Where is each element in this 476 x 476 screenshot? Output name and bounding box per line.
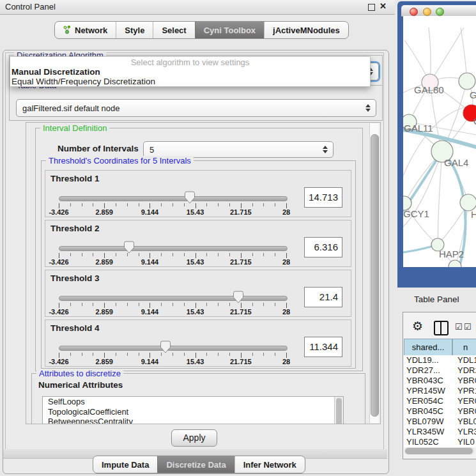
close-icon[interactable]: ✕ bbox=[380, 1, 387, 11]
attributes-group: Attributes to discretize Numerical Attri… bbox=[31, 373, 365, 424]
checkbox-icon[interactable]: ☑ bbox=[464, 322, 472, 332]
tick-mark bbox=[252, 353, 253, 356]
thresholds-group: Threshold's Coordinates for 5 Intervals … bbox=[41, 160, 356, 369]
threshold-label: Threshold 4 bbox=[50, 323, 100, 333]
tick-mark bbox=[116, 253, 116, 256]
network-canvas[interactable]: GAL80GACGAL11GAL4GCY1HHAP2 bbox=[403, 16, 476, 267]
attributes-list-scrollbar[interactable] bbox=[334, 397, 343, 424]
slider-thumb[interactable] bbox=[185, 191, 195, 204]
slider-track[interactable] bbox=[59, 346, 288, 351]
threshold-panel-2: Threshold 2-3.4262.8599.14415.4321.71528… bbox=[45, 220, 351, 267]
tick-mark bbox=[127, 253, 128, 256]
table-row[interactable]: YBR045CYBR0 bbox=[404, 406, 476, 417]
tab-select[interactable]: Select bbox=[153, 22, 194, 38]
tick-label: -3.426 bbox=[49, 358, 68, 365]
tab-discretize-data[interactable]: Discretize Data bbox=[157, 456, 234, 473]
tab-network[interactable]: Network bbox=[55, 22, 116, 38]
tick-label: 28 bbox=[282, 308, 290, 316]
table-row[interactable]: YDR27...YDR2 bbox=[404, 365, 476, 376]
attribute-list-item[interactable]: BetweennessCentrality bbox=[43, 417, 343, 424]
threshold-value-box[interactable]: 21.4 bbox=[304, 287, 342, 307]
tick-mark bbox=[93, 303, 93, 306]
tick-label: 2.859 bbox=[95, 308, 113, 316]
tick-mark bbox=[127, 353, 128, 356]
table-row[interactable]: YBL079WYBL0 bbox=[404, 417, 476, 427]
table-row[interactable]: YER054CYER0 bbox=[404, 396, 476, 406]
tick-label: 2.859 bbox=[95, 258, 113, 266]
tick-mark bbox=[161, 303, 162, 306]
tick-mark bbox=[59, 253, 59, 258]
node-table-rows[interactable]: YDL19...YDL1YDR27...YDR2YBR043CYBR0YPR14… bbox=[404, 355, 476, 447]
algorithm-option-equal-width-frequency-discretization[interactable]: Equal Width/Frequency Discretization bbox=[10, 77, 370, 86]
tick-mark bbox=[161, 203, 162, 206]
tab-infer-network[interactable]: Infer Network bbox=[234, 456, 305, 473]
slider-thumb[interactable] bbox=[160, 341, 171, 353]
numerical-attributes-label: Numerical Attributes bbox=[38, 380, 123, 390]
table-row[interactable]: YBR043CYBR0 bbox=[404, 376, 476, 386]
threshold-value-box[interactable]: 6.316 bbox=[304, 237, 342, 257]
network-node-top-right[interactable] bbox=[459, 73, 475, 89]
network-node-label: C bbox=[473, 116, 476, 127]
cell-name: YPR1 bbox=[455, 386, 476, 396]
tick-mark bbox=[206, 253, 207, 256]
algorithm-option-manual-discretization[interactable]: Manual Discretization bbox=[10, 67, 370, 77]
app-root: Control Panel ✕ NetworkStyleSelectCyni T… bbox=[0, 0, 476, 476]
tab-jactivemnodules[interactable]: jActiveMNodules bbox=[264, 22, 348, 38]
table-horizontal-scrollbar[interactable] bbox=[404, 447, 475, 455]
apply-button[interactable]: Apply bbox=[171, 429, 217, 447]
table-row[interactable]: YPR145WYPR1 bbox=[404, 386, 476, 396]
attribute-list-item[interactable]: TopologicalCoefficient bbox=[43, 407, 343, 417]
tick-mark bbox=[139, 303, 139, 306]
column-header-shared-name[interactable]: shared... bbox=[404, 339, 452, 356]
table-row[interactable]: YIL052CYIL0 bbox=[404, 437, 476, 447]
cell-name: YLR3 bbox=[455, 427, 476, 437]
tick-mark bbox=[150, 303, 150, 308]
threshold-value-box[interactable]: 14.713 bbox=[304, 187, 342, 208]
tick-mark bbox=[173, 203, 173, 206]
settings-scrollbar-thumb[interactable] bbox=[371, 134, 379, 417]
table-data-combobox[interactable]: galFiltered.sif default node bbox=[16, 99, 376, 117]
close-window-button[interactable] bbox=[410, 8, 418, 16]
tick-mark bbox=[286, 203, 287, 208]
checkbox-icon[interactable]: ☑ bbox=[455, 322, 463, 332]
tab-impute-data[interactable]: Impute Data bbox=[93, 456, 157, 473]
network-window-titlebar[interactable] bbox=[401, 5, 476, 17]
tab-style[interactable]: Style bbox=[116, 22, 153, 38]
table-row[interactable]: YDL19...YDL1 bbox=[404, 355, 476, 365]
interval-definition-group: Interval Definition Number of Intervals … bbox=[35, 128, 363, 371]
tick-mark bbox=[173, 303, 173, 306]
tick-mark bbox=[104, 253, 105, 258]
table-row[interactable]: YLR345WYLR3 bbox=[404, 427, 476, 437]
number-of-intervals-label: Number of Intervals bbox=[58, 144, 139, 153]
slider-track[interactable] bbox=[59, 196, 288, 201]
column-header-name[interactable]: n bbox=[452, 339, 476, 356]
tick-mark bbox=[127, 203, 128, 206]
tick-mark bbox=[263, 353, 264, 356]
tick-mark bbox=[241, 303, 242, 308]
tab-label: Impute Data bbox=[102, 460, 149, 470]
cell-shared-name: YPR145W bbox=[404, 386, 455, 396]
table-scrollbar-thumb[interactable] bbox=[405, 448, 473, 454]
attributes-scrollbar-thumb[interactable] bbox=[336, 398, 342, 424]
tick-mark bbox=[275, 303, 275, 306]
zoom-window-button[interactable] bbox=[436, 8, 444, 16]
tick-mark bbox=[59, 353, 59, 358]
tick-mark bbox=[82, 253, 82, 256]
minimize-window-button[interactable] bbox=[423, 8, 431, 16]
tick-mark bbox=[218, 353, 219, 356]
column-layout-icon[interactable] bbox=[434, 321, 449, 335]
attributes-list[interactable]: SelfLoopsTopologicalCoefficientBetweenne… bbox=[42, 396, 344, 424]
slider-track[interactable] bbox=[59, 246, 288, 251]
cell-name: YDL1 bbox=[455, 355, 476, 365]
slider-track[interactable] bbox=[59, 296, 288, 301]
tick-label: 21.715 bbox=[230, 208, 252, 216]
tick-label: -3.426 bbox=[49, 308, 68, 316]
float-window-icon[interactable] bbox=[368, 4, 375, 11]
gear-icon[interactable]: ⚙ bbox=[412, 320, 423, 333]
attribute-list-item[interactable]: SelfLoops bbox=[43, 397, 343, 407]
slider-thumb[interactable] bbox=[124, 241, 134, 254]
slider-thumb[interactable] bbox=[233, 291, 243, 303]
settings-scrollbar[interactable] bbox=[369, 123, 379, 423]
tab-cyni-toolbox[interactable]: Cyni Toolbox bbox=[195, 22, 264, 38]
threshold-value-box[interactable]: 11.344 bbox=[304, 337, 342, 357]
